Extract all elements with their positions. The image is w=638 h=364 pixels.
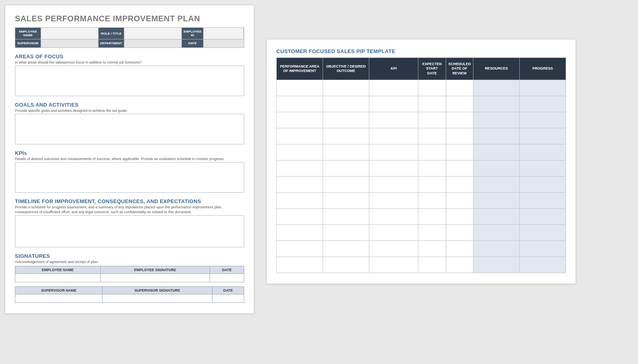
- pip-cell[interactable]: [323, 128, 369, 144]
- pip-cell[interactable]: [418, 224, 446, 241]
- pip-cell[interactable]: [446, 128, 473, 144]
- pip-cell[interactable]: [473, 224, 519, 241]
- pip-cell[interactable]: [277, 192, 323, 208]
- pip-cell[interactable]: [519, 80, 566, 96]
- pip-cell[interactable]: [277, 80, 323, 96]
- pip-cell[interactable]: [473, 128, 519, 144]
- pip-cell[interactable]: [473, 80, 519, 96]
- sig-cell-sup-date[interactable]: [212, 294, 244, 303]
- pip-cell[interactable]: [473, 112, 519, 128]
- pip-cell[interactable]: [369, 192, 418, 208]
- pip-cell[interactable]: [323, 160, 369, 176]
- field-employee-id[interactable]: [204, 28, 244, 39]
- pip-cell[interactable]: [519, 96, 566, 112]
- textarea-kpi[interactable]: [15, 162, 244, 193]
- sig-cell-emp-date[interactable]: [210, 274, 244, 282]
- pip-cell[interactable]: [323, 241, 369, 257]
- pip-cell[interactable]: [446, 144, 473, 160]
- pip-cell[interactable]: [519, 176, 566, 192]
- pip-cell[interactable]: [277, 112, 323, 128]
- field-employee-name[interactable]: [41, 28, 99, 39]
- pip-cell[interactable]: [473, 257, 519, 273]
- pip-cell[interactable]: [323, 80, 369, 96]
- pip-cell[interactable]: [473, 96, 519, 112]
- pip-cell[interactable]: [418, 144, 446, 160]
- pip-cell[interactable]: [473, 176, 519, 192]
- pip-cell[interactable]: [418, 112, 446, 128]
- pip-cell[interactable]: [446, 257, 473, 273]
- field-department[interactable]: [124, 39, 182, 47]
- pip-cell[interactable]: [519, 192, 566, 208]
- pip-cell[interactable]: [418, 241, 446, 257]
- pip-cell[interactable]: [277, 96, 323, 112]
- pip-cell[interactable]: [369, 257, 418, 273]
- pip-cell[interactable]: [323, 208, 369, 224]
- sig-cell-sup-name[interactable]: [15, 294, 103, 303]
- textarea-goals[interactable]: [15, 114, 244, 144]
- pip-cell[interactable]: [446, 208, 473, 224]
- pip-cell[interactable]: [446, 192, 473, 208]
- pip-cell[interactable]: [418, 80, 446, 96]
- textarea-areas[interactable]: [15, 66, 244, 96]
- pip-cell[interactable]: [473, 208, 519, 224]
- pip-cell[interactable]: [446, 96, 473, 112]
- field-supervisor[interactable]: [41, 39, 99, 47]
- pip-cell[interactable]: [277, 208, 323, 224]
- pip-cell[interactable]: [369, 80, 418, 96]
- textarea-timeline[interactable]: [15, 215, 244, 247]
- field-date[interactable]: [204, 39, 244, 47]
- pip-cell[interactable]: [323, 112, 369, 128]
- pip-cell[interactable]: [519, 241, 566, 257]
- pip-cell[interactable]: [323, 144, 369, 160]
- pip-cell[interactable]: [418, 176, 446, 192]
- sig-cell-emp-name[interactable]: [15, 274, 101, 282]
- sig-cell-emp-sig[interactable]: [101, 274, 210, 282]
- pip-cell[interactable]: [519, 112, 566, 128]
- pip-cell[interactable]: [323, 257, 369, 273]
- pip-cell[interactable]: [519, 160, 566, 176]
- pip-cell[interactable]: [369, 241, 418, 257]
- sig-cell-sup-sig[interactable]: [103, 294, 212, 303]
- pip-cell[interactable]: [369, 112, 418, 128]
- pip-cell[interactable]: [323, 176, 369, 192]
- pip-cell[interactable]: [519, 257, 566, 273]
- pip-cell[interactable]: [446, 112, 473, 128]
- pip-cell[interactable]: [446, 224, 473, 241]
- pip-cell[interactable]: [446, 176, 473, 192]
- pip-cell[interactable]: [418, 257, 446, 273]
- pip-cell[interactable]: [418, 192, 446, 208]
- pip-cell[interactable]: [519, 144, 566, 160]
- pip-cell[interactable]: [473, 192, 519, 208]
- pip-cell[interactable]: [277, 128, 323, 144]
- pip-cell[interactable]: [369, 96, 418, 112]
- pip-cell[interactable]: [473, 160, 519, 176]
- pip-cell[interactable]: [277, 224, 323, 241]
- pip-cell[interactable]: [277, 241, 323, 257]
- pip-cell[interactable]: [323, 192, 369, 208]
- pip-cell[interactable]: [277, 176, 323, 192]
- pip-cell[interactable]: [446, 241, 473, 257]
- pip-cell[interactable]: [369, 144, 418, 160]
- pip-cell[interactable]: [519, 224, 566, 241]
- pip-cell[interactable]: [418, 208, 446, 224]
- pip-cell[interactable]: [473, 241, 519, 257]
- pip-cell[interactable]: [446, 80, 473, 96]
- pip-cell[interactable]: [418, 160, 446, 176]
- pip-cell[interactable]: [519, 208, 566, 224]
- pip-cell[interactable]: [277, 160, 323, 176]
- pip-cell[interactable]: [277, 257, 323, 273]
- pip-cell[interactable]: [369, 176, 418, 192]
- pip-cell[interactable]: [519, 128, 566, 144]
- pip-cell[interactable]: [277, 144, 323, 160]
- pip-cell[interactable]: [323, 224, 369, 241]
- pip-cell[interactable]: [369, 224, 418, 241]
- pip-cell[interactable]: [418, 128, 446, 144]
- pip-cell[interactable]: [446, 160, 473, 176]
- pip-cell[interactable]: [418, 96, 446, 112]
- pip-cell[interactable]: [323, 96, 369, 112]
- pip-cell[interactable]: [369, 160, 418, 176]
- pip-cell[interactable]: [369, 128, 418, 144]
- field-role[interactable]: [124, 28, 182, 39]
- pip-cell[interactable]: [473, 144, 519, 160]
- pip-cell[interactable]: [369, 208, 418, 224]
